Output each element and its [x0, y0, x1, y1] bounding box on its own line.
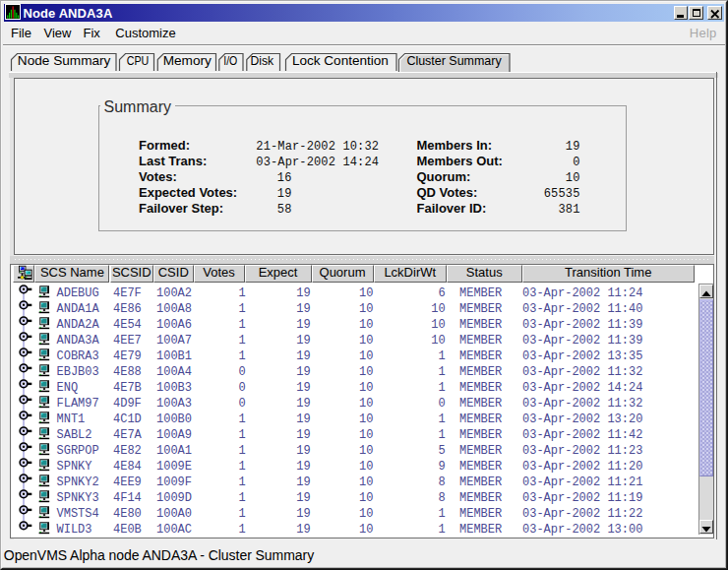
svg-text:I/O: I/O	[223, 53, 237, 68]
svg-text:Node Summary: Node Summary	[18, 53, 111, 68]
svg-text:Memory: Memory	[163, 53, 212, 68]
svg-text:Disk: Disk	[251, 53, 274, 68]
svg-text:Lock Contention: Lock Contention	[292, 53, 389, 68]
svg-text:CPU: CPU	[127, 53, 150, 68]
svg-text:Cluster Summary: Cluster Summary	[406, 53, 502, 68]
